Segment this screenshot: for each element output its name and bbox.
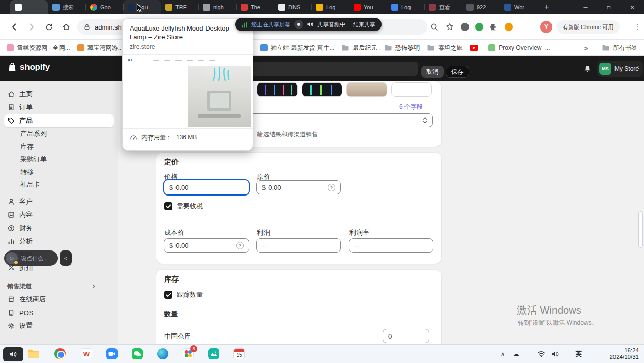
metafields-link[interactable]: 6 个字段 — [399, 103, 423, 111]
sidebar-item-pos[interactable]: POS — [0, 306, 118, 319]
browser-tab[interactable]: TRE — [161, 0, 198, 14]
media-thumbnail[interactable] — [391, 82, 432, 97]
close-button[interactable]: ✕ — [621, 0, 644, 14]
maximize-button[interactable]: □ — [597, 0, 621, 14]
taskbar-icon-calendar[interactable]: 15 — [232, 347, 246, 361]
volume-overlay-button[interactable] — [3, 347, 23, 361]
bookmark-folder[interactable]: 最后纪元 — [338, 42, 380, 54]
sidebar-item-home[interactable]: 主页 — [0, 88, 118, 101]
taskbar-icon-gallery[interactable] — [207, 347, 221, 361]
bookmark-item[interactable]: 独立站-最新发货 真牛... — [257, 42, 338, 54]
store-menu[interactable]: MS My Store — [597, 61, 643, 77]
browser-tab[interactable]: The — [236, 0, 274, 14]
sidebar-item-collections[interactable]: 产品系列 — [0, 127, 118, 140]
taskbar-icon-chrome[interactable] — [53, 347, 67, 361]
bookmark-item[interactable]: 雪糕资源网 - 全网... — [3, 42, 74, 54]
save-button[interactable]: 保存 — [446, 66, 469, 78]
bookmark-item-youtube[interactable]: ▶ — [466, 42, 485, 54]
compare-at-value: 0.00 — [268, 184, 281, 191]
page-scrollbar-thumb[interactable] — [638, 211, 643, 248]
extension-button-1[interactable] — [458, 20, 472, 34]
media-thumbnail[interactable] — [257, 82, 298, 97]
compare-at-input[interactable]: $0.00? — [256, 180, 341, 194]
browser-tab[interactable]: 搜索 — [48, 0, 85, 14]
stop-sharing-button[interactable]: 结束共享 — [353, 21, 375, 29]
sidebar-item-products[interactable]: 产品 — [4, 114, 114, 127]
sidebar-item-content[interactable]: 内容 — [0, 208, 118, 221]
charge-tax-checkbox[interactable]: 需要收税 — [164, 202, 203, 211]
cancel-button[interactable]: 取消 — [421, 66, 444, 78]
sidebar-item-orders[interactable]: 订单 — [0, 101, 118, 114]
cost-input[interactable]: $0.00? — [164, 238, 249, 253]
browser-tab[interactable]: Wor — [500, 0, 537, 14]
bookmark-item[interactable]: 藏宝湾网游... — [74, 42, 127, 54]
profile-avatar[interactable]: Y — [540, 21, 552, 33]
shopify-logo[interactable]: shopify — [7, 62, 50, 72]
browser-tab[interactable]: Log — [387, 0, 424, 14]
browser-tab-active[interactable] — [10, 0, 48, 14]
sales-channels-header[interactable]: 销售渠道 — [0, 280, 118, 293]
help-icon[interactable]: ? — [236, 242, 244, 249]
new-tab-button[interactable]: + — [540, 1, 553, 14]
sidebar-item-inventory[interactable]: 库存 — [0, 140, 118, 153]
minimize-button[interactable]: ─ — [574, 0, 597, 14]
extension-button-3[interactable] — [502, 20, 516, 34]
all-bookmarks-button[interactable]: 所有书签 — [598, 42, 641, 54]
chat-widget[interactable]: ☺ 说点什么... — [4, 250, 58, 266]
sidebar-item-customers[interactable]: 客户 — [0, 195, 118, 208]
home-button[interactable] — [59, 20, 73, 34]
taskbar-icon-browser2[interactable] — [156, 347, 170, 361]
extension-button-2[interactable] — [472, 20, 486, 34]
taskbar-icon-wps[interactable] — [79, 347, 94, 361]
notifications-button[interactable] — [583, 65, 592, 73]
sidebar-item-online-store[interactable]: 在线商店 — [0, 293, 118, 306]
taskbar-icon-photos[interactable]: 8 — [181, 347, 195, 361]
ime-indicator[interactable]: 英 — [576, 345, 582, 363]
media-thumbnail[interactable] — [302, 82, 342, 97]
sidebar-item-transfers[interactable]: 转移 — [0, 165, 118, 178]
menu-kebab-button[interactable]: ⋮ — [633, 20, 642, 34]
bookmark-star-button[interactable] — [443, 20, 457, 34]
taskbar-icon-wechat[interactable] — [130, 347, 144, 361]
browser-tab[interactable]: DNS — [274, 0, 311, 14]
back-button[interactable] — [7, 20, 21, 34]
sidebar-item-finance[interactable]: 财务 — [0, 221, 118, 235]
track-quantity-checkbox[interactable]: 跟踪数量 — [164, 290, 203, 299]
sidebar-item-analytics[interactable]: 分析 — [0, 235, 118, 248]
taskbar-icon-meeting[interactable] — [105, 347, 119, 361]
sidebar-item-gift-cards[interactable]: 礼品卡 — [0, 178, 118, 191]
price-input[interactable]: $0.00 — [163, 179, 250, 196]
bookmarks-overflow-button[interactable]: » — [581, 42, 592, 54]
tray-cloud-button[interactable]: ☁ — [513, 345, 519, 363]
profit-field[interactable]: -- — [256, 238, 341, 253]
browser-tab[interactable]: nigh — [198, 0, 236, 14]
share-options-button[interactable] — [294, 20, 303, 29]
sidebar-item-purchase-orders[interactable]: 采购订单 — [0, 153, 118, 165]
bookmark-item[interactable]: Proxy Overview -... — [485, 42, 553, 54]
extensions-puzzle-button[interactable] — [486, 20, 501, 34]
quantity-input[interactable]: 0 — [383, 329, 429, 343]
bookmark-folder[interactable]: 泰坦之旅 — [423, 42, 466, 54]
search-button[interactable] — [427, 20, 442, 34]
browser-tab[interactable]: 查看 — [424, 0, 462, 14]
margin-field[interactable]: -- — [349, 238, 433, 253]
browser-tab[interactable]: You — [349, 0, 387, 14]
tray-volume-button[interactable] — [551, 345, 559, 363]
bookmark-folder[interactable]: 恐怖黎明 — [380, 42, 423, 54]
forward-button[interactable] — [24, 20, 39, 34]
chrome-update-button[interactable]: 有新版 Chrome 可用 — [557, 20, 620, 34]
media-thumbnail[interactable] — [346, 82, 387, 97]
chat-input-placeholder[interactable]: 说点什么... — [21, 255, 48, 262]
browser-tab[interactable]: Goo — [85, 0, 123, 14]
browser-tab[interactable]: Log — [311, 0, 349, 14]
sidebar-item-settings[interactable]: 设置 — [0, 319, 118, 332]
tray-network-button[interactable] — [537, 345, 545, 363]
help-icon[interactable]: ? — [328, 184, 335, 191]
refresh-button[interactable] — [42, 20, 56, 34]
taskbar-icon-explorer[interactable] — [26, 347, 41, 361]
header-collapse-button[interactable]: ‹ — [637, 63, 639, 71]
browser-tab[interactable]: 922 — [462, 0, 500, 14]
taskbar-clock[interactable]: 16:24 2024/10/31 — [609, 347, 639, 360]
tray-show-hidden-button[interactable]: ∧ — [501, 345, 505, 363]
chat-collapse-button[interactable]: < — [60, 250, 72, 266]
